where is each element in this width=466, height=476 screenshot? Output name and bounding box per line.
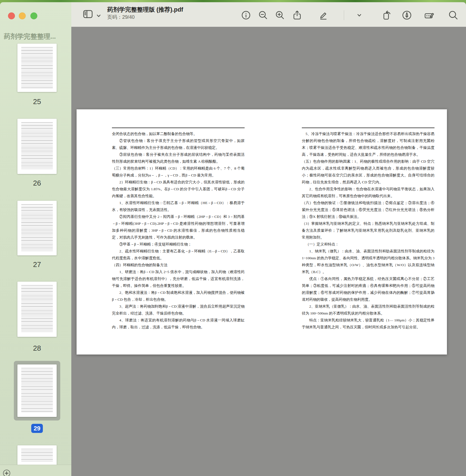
window-document-title: 药剂学完整整理版 (推荐).pdf — [107, 6, 183, 14]
pdf-paragraph: ②羟丙基衍生物中又分 2－羟丙基－β－环糊精（2HP－β－CD）和 3－羟丙基－… — [112, 213, 245, 241]
pdf-paragraph: 2、疏水性环糊精衍生物：主要有乙基化－β－环糊精（E—β－CD），乙基取代程度愈… — [112, 248, 245, 261]
desktop: { "window_title": { "doc_name": "药剂学完整整理… — [0, 0, 466, 476]
thumbnail-page-26[interactable] — [17, 119, 57, 174]
pdf-paragraph: （一）定义和特点： — [302, 241, 434, 248]
thumbnail-sidebar: 药剂学完整整理... 25 26 27 28 29 — [0, 2, 72, 476]
pdf-paragraph: 3、超声法：将药物加到饱和β－CD 溶液中溶解，混合后立即用超声至沉淀物完全析出… — [112, 303, 245, 317]
pdf-paragraph: （四）环糊精的包合物的制备方法 — [112, 261, 245, 268]
thumbnail-label-28: 28 — [17, 344, 57, 353]
page-number-label: 页码：29/40 — [107, 14, 183, 21]
share-button[interactable] — [292, 10, 303, 21]
pdf-column-left: 全闭合状态的包合物，如以苯二酚制备的包合物等。②管状包合物：客分子填充于主分子形… — [112, 128, 245, 330]
minimize-window-button[interactable] — [19, 12, 26, 19]
main-area: 药剂学完整整理版 (推荐).pdf 页码：29/40 — [71, 2, 466, 476]
sidebar-document-title: 药剂学完整整理... — [4, 32, 70, 41]
thumbnail-page-25[interactable] — [17, 44, 57, 92]
pdf-paragraph: 特点：亚纳米乳粒径较纳米乳大，较普通乳粒（1— 100μm）小；其稳定性界于纳米… — [302, 317, 434, 330]
markup-button[interactable] — [318, 10, 329, 21]
zoom-out-button[interactable] — [258, 10, 269, 21]
pdf-paragraph: 5、冷冻干燥法与喷雾干燥法：冷冻干燥法适合那些不容易析出或加热干燥容易分解的药物… — [302, 130, 434, 158]
pdf-paragraph: 2）环糊精衍生物：β－CD 虽具有适合的空穴大小，但其水溶性较低，形成的包合物最… — [112, 179, 245, 199]
pdf-paragraph: 4、球磨法：将适宜的有机溶剂溶解的药物与β－CD 水溶液一同倾入球磨缸内，球磨，… — [112, 317, 245, 330]
thumbnail-page-28[interactable] — [17, 282, 57, 337]
column-top-rule — [112, 128, 245, 128]
pdf-paragraph: 全闭合状态的包合物，如以苯二酚制备的包合物等。 — [112, 130, 245, 137]
pdf-viewport[interactable]: 全闭合状态的包合物，如以苯二酚制备的包合物等。②管状包合物：客分子填充于主分子形… — [71, 27, 466, 476]
pdf-paragraph: 2、包合作用竞争性的影响：包合物在水溶液中与药物呈平衡状态，如果加入其它药物或有… — [302, 186, 434, 199]
thumbnail-label-25: 25 — [17, 97, 57, 106]
pdf-paragraph: （3）掌握纳米乳与亚纳米乳的定义、特点；熟悉纳米乳与亚纳米乳处方组成、制备方法及… — [302, 220, 434, 241]
chevron-down-icon — [96, 13, 101, 18]
close-window-button[interactable] — [8, 12, 15, 19]
thumbnail-label-27: 27 — [17, 260, 57, 269]
form-fill-icon — [424, 10, 434, 20]
pdf-paragraph: 1、纳米乳（微乳）：由水、油、表面活性剂和助表面活性剂等制成的粒径为 1~100… — [302, 248, 434, 275]
pdf-paragraph: （三）常用包合材料：1）环糊精（CD）：常用的环糊精是由 6 个、7 个、8 个… — [112, 165, 245, 179]
zoom-in-button[interactable] — [274, 10, 286, 21]
pdf-paragraph: 2、亚纳米乳（亚微乳）：由水、油、表面活性剂和助表面活性剂等制成的粒径为 100… — [302, 303, 434, 317]
rotate-left-icon — [382, 10, 392, 20]
pdf-paragraph: （六）包合物的验证：①显微镜法和电镜扫描法；②熔点鉴定；③溶出度法；④紫外分光光… — [302, 199, 434, 220]
thumbnail-page-27[interactable] — [17, 201, 57, 255]
chevron-down-icon — [357, 12, 362, 18]
thumbnail-page-29[interactable] — [17, 364, 57, 417]
pdf-paragraph: （五）包合物作用的影响因素：1、药物的极性或缔合作用的影响：由于 CD 空穴内为… — [302, 158, 434, 186]
markup-menu-chevron-button[interactable] — [354, 10, 365, 21]
pdf-column-right: 5、冷冻干燥法与喷雾干燥法：冷冻干燥法适合那些不容易析出或加热干燥容易分解的药物… — [302, 128, 434, 330]
markup-pencil-icon — [318, 10, 329, 20]
sidebar-toggle-icon — [82, 9, 93, 20]
toolbar-separator — [344, 10, 344, 20]
search-button[interactable] — [448, 10, 459, 21]
thumbnail-page-29-selected[interactable] — [14, 361, 60, 421]
pdf-paragraph: 1、研磨法：将β－CD 加入 2~5 倍水中，混匀成糊状物，加入药物（难溶性药物… — [112, 268, 245, 289]
plus-icon — [4, 470, 10, 476]
info-button[interactable] — [240, 10, 252, 21]
sidebar-toggle-button[interactable] — [82, 9, 93, 20]
rotate-left-button[interactable] — [381, 10, 392, 21]
pdf-paragraph: 优点：①各向同性，属热力学稳定系统，经热压灭菌或离心不分层；②工艺简单；③粘度低… — [302, 275, 434, 303]
pdf-paragraph: ③层状包合物：客分子被夹在主分子形成的层状结构中，药物与某些表面活性剂形成的胶束… — [112, 151, 245, 165]
thumbnail-page-30[interactable] — [17, 445, 57, 465]
pdf-paragraph: ③甲基－β－环糊精；④支链环糊精衍生物； — [112, 241, 245, 248]
pen-nib-icon — [402, 10, 412, 20]
selected-page-badge: 29 — [31, 424, 43, 433]
add-page-button[interactable] — [3, 470, 10, 476]
column-top-rule — [302, 128, 434, 128]
info-icon — [241, 10, 251, 20]
zoom-in-icon — [275, 10, 285, 20]
share-icon — [292, 10, 302, 20]
zoom-window-button[interactable] — [30, 12, 37, 19]
pdf-paragraph: ②管状包合物：客分子填充于主分子形成的管型或筒形空穴骨架中，如尿素、硫脲、环糊精… — [112, 137, 245, 151]
pdf-paragraph: 2、饱和水溶液法：将β－CD 制成饱和水溶液，加入药物搅拌混合，使药物被β－CD… — [112, 289, 245, 303]
thumbnail-label-26: 26 — [17, 179, 57, 187]
toolbar: 药剂学完整整理版 (推荐).pdf 页码：29/40 — [71, 2, 466, 27]
view-menu-chevron-button[interactable] — [96, 13, 102, 19]
form-fill-button[interactable] — [424, 10, 435, 21]
zoom-out-icon — [258, 10, 268, 20]
title-group: 药剂学完整整理版 (推荐).pdf 页码：29/40 — [107, 6, 183, 21]
pdf-paragraph: 1、水溶性环糊精衍生物：①羟乙基－β－环糊精（HE－β－CD）：极易溶于水，有较… — [112, 199, 245, 213]
sidebar-footer — [0, 465, 71, 476]
pdf-page-29: 全闭合状态的包合物，如以苯二酚制备的包合物等。②管状包合物：客分子填充于主分子形… — [77, 109, 447, 355]
preview-window: 药剂学完整整理... 25 26 27 28 29 — [0, 2, 466, 476]
draw-button[interactable] — [401, 10, 412, 21]
search-icon — [448, 10, 459, 20]
